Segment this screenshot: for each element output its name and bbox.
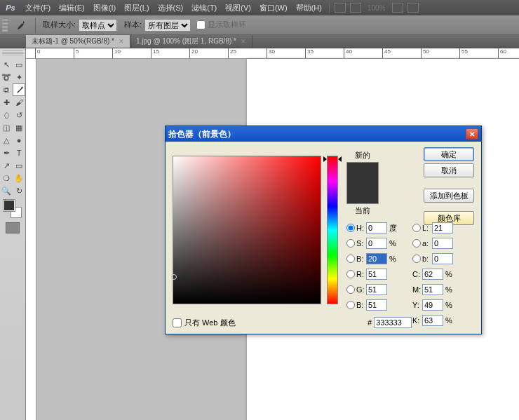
y-unit: % [445, 301, 457, 309]
history-brush-tool[interactable]: ↺ [13, 109, 25, 121]
r-radio[interactable] [346, 270, 355, 278]
color-fields: H: 度 L: S: % a: [346, 220, 474, 328]
tab-doc1[interactable]: 未标题-1 @ 50%(RGB/8) * ✕ [26, 35, 130, 48]
eraser-tool[interactable]: ◫ [0, 121, 13, 134]
tab-doc2[interactable]: 1.jpg @ 100% (图层 1, RGB/8) * ✕ [130, 35, 252, 48]
y-input[interactable] [422, 299, 443, 311]
tick: 25 [228, 48, 236, 59]
gradient-tool[interactable]: ▦ [13, 121, 25, 134]
stamp-tool[interactable]: ⬯ [0, 109, 13, 121]
a-radio[interactable] [412, 239, 421, 248]
menu-select[interactable]: 选择(S) [154, 3, 188, 13]
add-swatch-button[interactable]: 添加到色板 [424, 189, 474, 203]
ruler-horizontal: 0 5 10 15 20 25 30 35 40 45 50 55 60 [26, 48, 519, 59]
tick: 15 [151, 48, 159, 59]
cancel-button[interactable]: 取消 [424, 163, 474, 177]
panel-handle[interactable] [2, 50, 23, 56]
h-input[interactable] [366, 222, 387, 233]
k-unit: % [445, 316, 457, 325]
foreground-swatch[interactable] [4, 200, 15, 211]
app-logo: Ps [3, 4, 18, 12]
web-only-input[interactable] [173, 318, 182, 327]
dialog-title: 拾色器（前景色） [168, 128, 236, 140]
menu-layer[interactable]: 图层(L) [120, 3, 153, 13]
close-button[interactable]: ✕ [466, 128, 478, 140]
h-label: H: [356, 224, 366, 232]
s-input[interactable] [366, 238, 387, 249]
pen-tool[interactable]: ✒ [0, 147, 13, 159]
move-tool[interactable]: ↖ [0, 58, 13, 71]
h-radio[interactable] [346, 224, 355, 232]
ruler-vertical [26, 59, 36, 420]
close-icon[interactable]: ✕ [119, 38, 124, 45]
hex-input[interactable] [374, 317, 412, 328]
eyedropper-icon[interactable] [13, 18, 28, 32]
tick: 20 [189, 48, 198, 59]
eyedropper-tool[interactable] [13, 83, 25, 96]
a-input[interactable] [432, 238, 453, 249]
color-swatches[interactable] [4, 200, 22, 218]
zoom-tool[interactable]: 🔍 [0, 184, 13, 197]
web-only-checkbox[interactable]: 只有 Web 颜色 [173, 318, 236, 328]
menu-image[interactable]: 图像(I) [89, 3, 120, 13]
m-input[interactable] [422, 284, 443, 295]
hand-tool[interactable]: ✋ [13, 172, 25, 184]
current-label: 当前 [346, 205, 379, 216]
hue-pointer[interactable] [323, 156, 342, 161]
rotate-view-tool[interactable]: ↻ [13, 184, 25, 197]
b2-label: b: [422, 255, 432, 263]
path-select-tool[interactable]: ↗ [0, 159, 13, 172]
saturation-value-box[interactable] [173, 156, 321, 304]
s-radio[interactable] [346, 239, 355, 248]
g-radio[interactable] [346, 285, 355, 294]
crop-tool[interactable]: ⧉ [0, 83, 13, 96]
brush-tool[interactable]: 🖌 [13, 96, 25, 109]
hue-slider[interactable] [327, 156, 338, 304]
sample-size-select[interactable]: 取样点 [79, 19, 117, 32]
menu-help[interactable]: 帮助(H) [292, 3, 326, 13]
ok-button[interactable]: 确定 [424, 147, 474, 161]
blur-tool[interactable]: △ [0, 134, 13, 147]
grip-icon [2, 18, 8, 32]
sample-select[interactable]: 所有图层 [144, 19, 191, 32]
sv-marker[interactable] [171, 274, 177, 280]
menu-view[interactable]: 视图(V) [221, 3, 255, 13]
shape-tool[interactable]: ▭ [13, 159, 25, 172]
quick-mask-icon[interactable] [6, 222, 20, 233]
bb-radio[interactable] [346, 301, 355, 309]
a-label: a: [422, 239, 432, 248]
lasso-tool[interactable]: ➰ [0, 71, 13, 83]
b2-radio[interactable] [412, 255, 421, 263]
menu-edit[interactable]: 编辑(E) [55, 3, 89, 13]
workspace-icon[interactable] [335, 3, 346, 13]
b-radio[interactable] [346, 255, 355, 263]
wand-tool[interactable]: ✦ [13, 71, 25, 83]
c-input[interactable] [422, 269, 443, 280]
type-tool[interactable]: T [13, 147, 25, 159]
r-input[interactable] [366, 269, 387, 280]
preview-swatch [346, 162, 379, 204]
marquee-tool[interactable]: ▭ [13, 58, 25, 71]
g-input[interactable] [366, 284, 387, 295]
bb-input[interactable] [366, 299, 387, 311]
launch-icon[interactable] [350, 3, 361, 13]
show-ring-checkbox[interactable]: 显示取样环 [196, 20, 246, 30]
heal-tool[interactable]: ✚ [0, 96, 13, 109]
l-radio[interactable] [412, 224, 421, 232]
dodge-tool[interactable]: ● [13, 134, 25, 147]
menu-window[interactable]: 窗口(W) [255, 3, 292, 13]
b-input[interactable] [366, 253, 387, 264]
menu-filter[interactable]: 滤镜(T) [187, 3, 221, 13]
show-ring-input[interactable] [196, 20, 205, 29]
b2-input[interactable] [432, 253, 453, 264]
k-input[interactable] [422, 315, 443, 326]
tab-label: 1.jpg @ 100% (图层 1, RGB/8) * [136, 36, 236, 46]
screen-mode-icon[interactable] [407, 3, 419, 13]
close-icon[interactable]: ✕ [241, 38, 246, 45]
3d-tool[interactable]: ❍ [0, 172, 13, 184]
l-input[interactable] [432, 222, 453, 233]
menu-file[interactable]: 文件(F) [21, 3, 55, 13]
doc-arrange-icon[interactable] [392, 3, 403, 13]
g-label: G: [356, 285, 366, 294]
dialog-titlebar[interactable]: 拾色器（前景色） ✕ [166, 126, 481, 142]
